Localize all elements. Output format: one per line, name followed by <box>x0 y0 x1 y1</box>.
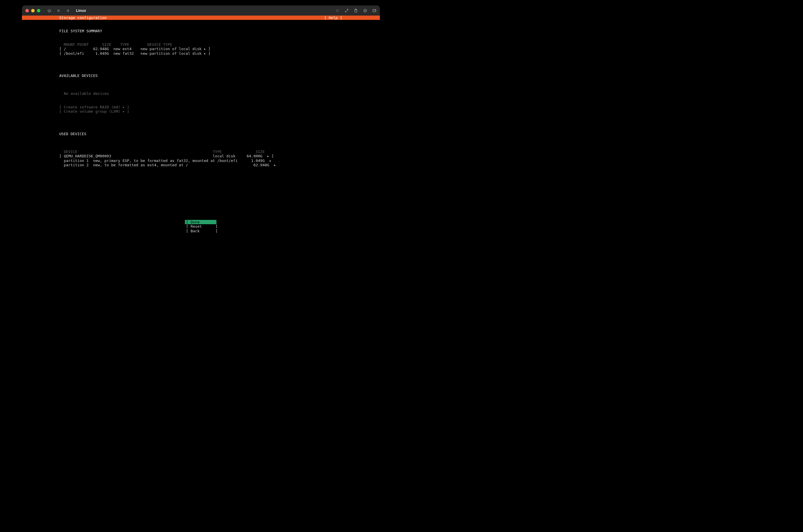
fs-row[interactable]: [ /boot/efi 1.049G new fat32 new partiti… <box>59 51 211 56</box>
title-bar: Linux <box>22 5 380 16</box>
chevron-right-icon: ▸ <box>267 154 269 158</box>
expand-icon[interactable] <box>345 8 349 13</box>
maximize-window-button[interactable] <box>37 9 40 13</box>
used-partition-row[interactable]: partition 1 new, primary ESP, to be form… <box>59 158 272 163</box>
fs-col-mount: MOUNT POINT SIZE TYPE DEVICE TYPE <box>59 42 172 47</box>
page-title: Storage configuration <box>59 16 107 20</box>
reset-button[interactable]: [ Reset ] <box>185 224 217 229</box>
vm-title: Linux <box>76 8 86 13</box>
title-bar-right <box>335 8 377 13</box>
traffic-lights <box>25 9 40 13</box>
svg-point-5 <box>363 9 367 12</box>
disc-icon[interactable] <box>363 8 367 13</box>
help-button[interactable]: [ Help ] <box>324 16 342 20</box>
fs-summary-heading: FILE SYSTEM SUMMARY <box>59 29 374 34</box>
vm-window: Linux Storage configuration [ Help ] FIL… <box>22 5 380 233</box>
power-icon[interactable] <box>47 8 51 13</box>
used-partition-row[interactable]: partition 2 new, to be formatted as ext4… <box>59 163 276 167</box>
usb-icon[interactable] <box>354 8 358 13</box>
chevron-right-icon: ▸ <box>269 158 271 163</box>
svg-point-7 <box>375 9 376 10</box>
done-button[interactable]: [ Done ] <box>185 220 217 225</box>
create-lvm-button[interactable]: [ Create volume group (LVM) ▸ ] <box>59 109 129 114</box>
footer-buttons: [ Done ] [ Reset ] [ Back ] <box>185 220 217 233</box>
svg-marker-2 <box>67 10 68 12</box>
installer-header: Storage configuration [ Help ] <box>22 16 380 20</box>
close-window-button[interactable] <box>25 9 29 13</box>
sparkle-icon[interactable] <box>335 8 340 13</box>
create-raid-button[interactable]: [ Create software RAID (md) ▸ ] <box>59 105 129 109</box>
terminal-body: FILE SYSTEM SUMMARY MOUNT POINT SIZE TYP… <box>22 20 380 233</box>
svg-point-6 <box>365 10 365 11</box>
back-triangle-icon[interactable] <box>66 8 70 13</box>
folder-icon[interactable] <box>372 8 377 13</box>
available-heading: AVAILABLE DEVICES <box>59 74 374 78</box>
pause-icon[interactable] <box>57 8 60 13</box>
minimize-window-button[interactable] <box>31 9 35 13</box>
chevron-right-icon: ▸ <box>274 163 276 167</box>
svg-rect-4 <box>355 10 357 12</box>
chevron-right-icon: ▸ <box>204 47 206 51</box>
used-disk-row[interactable]: [ QEMU_HARDDISK_QM00003 local disk 64.00… <box>59 154 274 158</box>
vm-controls <box>47 8 70 13</box>
back-button[interactable]: [ Back ] <box>185 229 217 233</box>
used-col-headers: DEVICE TYPE SIZE <box>59 150 265 154</box>
used-heading: USED DEVICES <box>59 132 374 136</box>
fs-row[interactable]: [ / 62.948G new ext4 new partition of lo… <box>59 47 211 51</box>
available-empty: No available devices <box>59 91 374 96</box>
chevron-right-icon: ▸ <box>204 51 206 56</box>
